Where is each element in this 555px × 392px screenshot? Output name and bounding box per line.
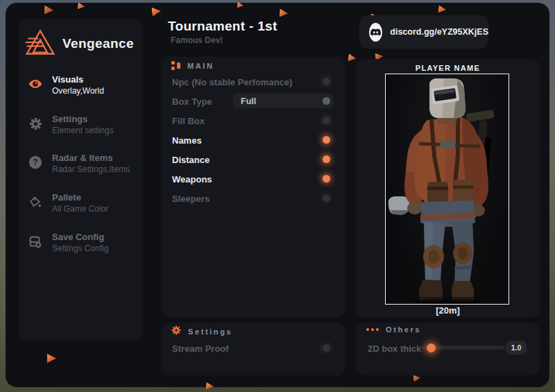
discord-link: discord.gg/eYZ95XKjES: [390, 27, 488, 37]
sidebar-item-subtitle: Element settings: [52, 125, 114, 136]
question-icon: ?: [28, 155, 43, 170]
gear-icon: [28, 116, 43, 131]
player-name-label: PLAYER NAME: [356, 64, 540, 72]
sidebar-item-subtitle: All Game Color: [52, 203, 108, 214]
dashboard-icon: [171, 61, 180, 70]
toggle-fill-box[interactable]: [319, 113, 333, 127]
distance-label: [20m]: [356, 305, 540, 316]
others-panel: Others 2D box thick 1.0: [356, 323, 540, 375]
gear-icon: [171, 325, 181, 338]
sidebar-item-title: Pallete: [52, 192, 108, 203]
row-label-npc: Npc (No stable Perfomance): [172, 77, 292, 87]
paint-bucket-icon: [28, 194, 43, 210]
toggle-weapons[interactable]: [319, 171, 333, 185]
sidebar-item-title: Visuals: [52, 74, 104, 85]
sidebar-item-subtitle: Overlay,World: [52, 85, 104, 96]
row-label-distance: Distance: [172, 155, 210, 165]
sidebar-item-subtitle: Settings Config: [52, 243, 108, 254]
ellipsis-icon: [366, 328, 379, 331]
box-type-dropdown[interactable]: Full: [233, 94, 334, 108]
sidebar-item-title: Settings: [52, 114, 114, 125]
player-character-image: [386, 74, 509, 304]
toggle-stream-proof[interactable]: [319, 341, 333, 355]
row-label-2d-box-thick: 2D box thick: [368, 343, 421, 354]
sidebar-item-visuals[interactable]: Visuals Overlay,World: [28, 74, 133, 96]
brand-name: Vengeance: [62, 36, 134, 51]
row-label-weapons: Weapons: [172, 174, 212, 185]
main-panel: MAIN Npc (No stable Perfomance) Box Type…: [161, 57, 345, 318]
settings-panel: Settings Stream Proof: [161, 323, 345, 375]
sidebar-item-radar-items[interactable]: ? Radar & Items Radar Settings,Items: [28, 153, 133, 175]
sidebar-item-title: Save Config: [52, 232, 108, 243]
eye-icon: [28, 76, 43, 92]
toggle-npc[interactable]: [319, 74, 333, 88]
vengeance-logo-icon: [25, 28, 56, 59]
row-label-stream-proof: Stream Proof: [172, 343, 229, 354]
sidebar-item-subtitle: Radar Settings,Items: [52, 164, 130, 175]
player-preview-panel: PLAYER NAME: [356, 59, 540, 318]
brand: Vengeance: [25, 28, 134, 59]
panel-title: MAIN: [187, 62, 214, 70]
page-subtitle: Famous Dev!: [171, 35, 223, 45]
box-type-value: Full: [241, 96, 323, 106]
row-label-fill-box: Fill Box: [172, 116, 205, 126]
sidebar-item-pallete[interactable]: Pallete All Game Color: [28, 192, 133, 214]
discord-badge[interactable]: discord.gg/eYZ95XKjES: [359, 15, 488, 49]
row-label-names: Names: [172, 135, 202, 146]
box-type-knob-icon: [323, 97, 330, 105]
row-label-box-type: Box Type: [172, 96, 212, 107]
panel-title: Settings: [188, 327, 232, 336]
toggle-names[interactable]: [319, 133, 333, 146]
sidebar-item-settings[interactable]: Settings Element settings: [28, 114, 133, 136]
sidebar-item-title: Radar & Items: [52, 153, 130, 164]
sidebar-item-save-config[interactable]: Save Config Settings Config: [28, 232, 133, 254]
svg-text:?: ?: [33, 157, 37, 167]
page-title: Tournament - 1st: [168, 19, 278, 34]
box-thick-value: 1.0: [506, 341, 527, 355]
discord-icon: [369, 23, 382, 42]
sidebar: Vengeance Visuals Overlay,World: [19, 19, 142, 341]
esp-box: [385, 74, 509, 305]
toggle-distance[interactable]: [319, 152, 333, 166]
toggle-sleepers[interactable]: [319, 191, 333, 205]
row-label-sleepers: Sleepers: [172, 194, 210, 204]
box-thick-slider-knob[interactable]: [427, 343, 436, 352]
save-icon: [28, 234, 43, 249]
panel-title: Others: [386, 325, 421, 334]
